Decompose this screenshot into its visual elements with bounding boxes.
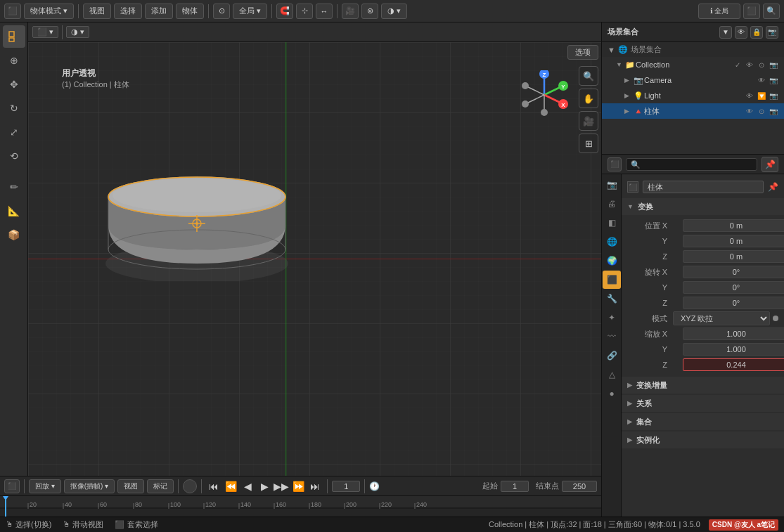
light-eye[interactable]: 👁: [745, 91, 754, 100]
scale-x-field[interactable]: [683, 327, 784, 340]
viewport-mode-select[interactable]: ◑ ▾: [66, 26, 89, 38]
instancing-header[interactable]: ▶ 实例化: [622, 432, 784, 448]
prop-tab-material[interactable]: ●: [603, 384, 621, 403]
cursor-tool[interactable]: ⊕: [3, 49, 25, 72]
snap2-btn[interactable]: ⊹: [296, 4, 313, 19]
collection-check[interactable]: ✓: [733, 60, 743, 70]
relations-header[interactable]: ▶ 关系: [622, 395, 784, 412]
scale-tool[interactable]: ⤢: [3, 121, 25, 143]
snap-btn[interactable]: 🧲: [276, 4, 293, 19]
view-btn[interactable]: 视图: [117, 479, 144, 493]
end-frame-input[interactable]: [562, 481, 597, 492]
outliner-item-light[interactable]: ▶ 💡 Light 👁 🔽 📷: [602, 88, 784, 103]
collection-select[interactable]: ⊙: [757, 60, 766, 70]
viewport-canvas[interactable]: 用户透视 (1) Collection | 柱体 选项 Z Y X: [28, 42, 601, 476]
prev-frame-btn[interactable]: ◀: [240, 479, 255, 494]
position-z-field[interactable]: [683, 250, 784, 263]
object-menu[interactable]: 物体: [176, 4, 204, 19]
jump-end-btn[interactable]: ⏭: [307, 479, 323, 494]
add-object-tool[interactable]: 📦: [3, 223, 25, 246]
transform-tool[interactable]: ⟲: [3, 145, 25, 167]
pan-btn[interactable]: ✋: [579, 89, 598, 108]
outliner-eyedropper-btn[interactable]: 👁: [735, 26, 747, 39]
viewport-editor-type[interactable]: ⬛ ▾: [32, 26, 58, 38]
global-dropdown[interactable]: 全局 ▾: [233, 4, 267, 19]
prop-editor-type[interactable]: ⬛: [608, 157, 622, 171]
transform-section-header[interactable]: ▼ 变换: [622, 198, 784, 215]
info-btn[interactable]: ℹ 全局: [698, 4, 740, 19]
keying-btn[interactable]: 抠像(插帧) ▾: [64, 479, 115, 493]
outliner-item-cylinder[interactable]: ▶ 🔺 柱体 👁 ⊙ 📷: [602, 103, 784, 119]
quad-view-btn[interactable]: ⊞: [579, 134, 598, 153]
outliner-filter-btn[interactable]: ▼: [719, 26, 732, 39]
cylinder-object[interactable]: [98, 141, 295, 281]
add-menu[interactable]: 添加: [145, 4, 173, 19]
prop-tab-physics[interactable]: 〰: [603, 327, 621, 346]
next-key-btn[interactable]: ⏩: [290, 479, 306, 494]
mode-icon[interactable]: ⬛: [4, 4, 21, 19]
cylinder-eye[interactable]: 👁: [745, 106, 754, 116]
outliner-lock-btn[interactable]: 🔒: [750, 26, 763, 39]
prop-tab-data[interactable]: △: [603, 365, 621, 384]
prop-tab-output[interactable]: 🖨: [603, 195, 621, 213]
rotation-z-field[interactable]: [683, 297, 784, 309]
outliner-item-collection[interactable]: ▼ 📁 Collection ✓ 👁 ⊙ 📷: [602, 57, 784, 72]
render-btn[interactable]: 🎥: [342, 4, 359, 19]
position-x-field[interactable]: [683, 219, 784, 232]
prop-pin-btn[interactable]: 📌: [761, 157, 778, 172]
outliner-item-camera[interactable]: ▶ 📷 Camera 👁 📷: [602, 72, 784, 88]
search-btn[interactable]: 🔍: [763, 4, 780, 19]
measure-tool[interactable]: 📐: [3, 200, 25, 222]
light-filter[interactable]: 🔽: [757, 91, 766, 100]
prop-tab-constraints[interactable]: 🔗: [603, 346, 621, 365]
prop-tab-world[interactable]: 🌍: [603, 252, 621, 270]
camera-render[interactable]: 📷: [769, 75, 778, 85]
zoom-in-btn[interactable]: 🔍: [579, 66, 598, 86]
options-btn[interactable]: 选项: [567, 45, 598, 60]
scene-collection-row[interactable]: ▼ 🌐 场景集合: [602, 42, 784, 57]
prop-tab-render[interactable]: 📷: [603, 176, 621, 194]
current-frame-input[interactable]: [332, 481, 360, 492]
scale-z-field[interactable]: [683, 358, 784, 371]
collection-render[interactable]: 📷: [769, 60, 778, 70]
prop-tab-object[interactable]: ⬛: [603, 271, 621, 289]
play-btn[interactable]: ▶: [257, 479, 272, 494]
cylinder-select[interactable]: ⊙: [757, 106, 766, 116]
properties-search[interactable]: [626, 158, 757, 171]
position-y-field[interactable]: [683, 235, 784, 247]
rotation-x-field[interactable]: [683, 266, 784, 278]
rotation-mode-select[interactable]: XYZ 欧拉: [673, 311, 770, 325]
next-frame-btn[interactable]: ▶▶: [274, 479, 289, 494]
camera-eye[interactable]: 👁: [757, 75, 766, 85]
transform-btn[interactable]: ↔: [316, 4, 333, 19]
rotate-tool[interactable]: ↻: [3, 97, 25, 119]
annotate-tool[interactable]: ✏: [3, 176, 25, 198]
prop-tab-view-layer[interactable]: ◧: [603, 214, 621, 232]
prev-key-btn[interactable]: ⏪: [223, 479, 238, 494]
obj-name-input[interactable]: [643, 181, 764, 193]
select-tool[interactable]: [3, 25, 25, 48]
prop-tab-modifier[interactable]: 🔧: [603, 290, 621, 308]
select-menu[interactable]: 选择: [114, 4, 142, 19]
overlay-btn[interactable]: ⊚: [361, 4, 378, 19]
delta-transform-header[interactable]: ▶ 变换增量: [622, 377, 784, 394]
cylinder-render[interactable]: 📷: [769, 106, 778, 116]
camera-view-btn[interactable]: 🎥: [579, 111, 598, 131]
prop-tab-scene[interactable]: 🌐: [603, 233, 621, 251]
mode-dropdown[interactable]: 物体模式 ▾: [24, 4, 74, 19]
collection-eye[interactable]: 👁: [745, 60, 754, 70]
outliner-render-btn[interactable]: 📷: [766, 26, 778, 39]
viewport-shade[interactable]: ◑ ▾: [381, 4, 407, 19]
prop-tab-particles[interactable]: ✦: [603, 309, 621, 327]
start-frame-input[interactable]: [501, 481, 529, 492]
rotation-y-field[interactable]: [683, 281, 784, 294]
jump-start-btn[interactable]: ⏮: [206, 479, 221, 494]
proportional-btn[interactable]: ⊙: [213, 4, 230, 19]
timeline-editor-type[interactable]: ⬛: [4, 479, 20, 493]
collections-header[interactable]: ▶ 集合: [622, 413, 784, 430]
editor-type[interactable]: ⬛: [743, 4, 760, 19]
scale-y-field[interactable]: [683, 343, 784, 356]
axis-gizmo[interactable]: Z Y X: [520, 70, 569, 119]
playback-btn[interactable]: 回放 ▾: [29, 479, 61, 493]
obj-name-pin[interactable]: 📌: [768, 182, 778, 192]
